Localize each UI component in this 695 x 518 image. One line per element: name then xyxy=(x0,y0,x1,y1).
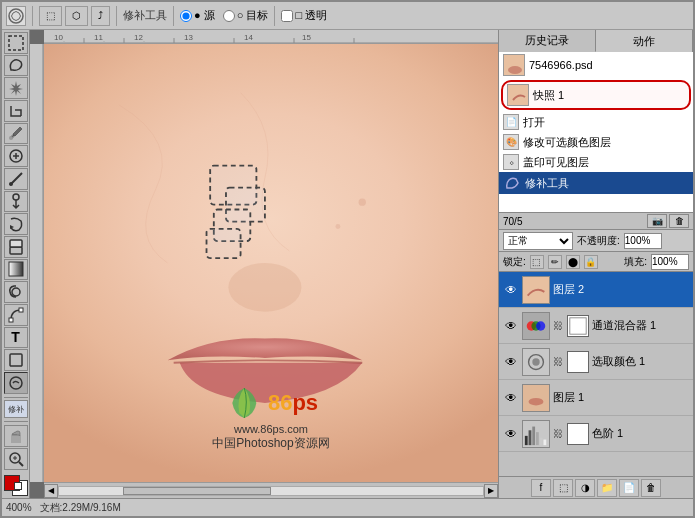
layers-lock-row: 锁定: ⬚ ✏ ⬤ 🔒 填充: xyxy=(499,252,693,272)
layer-item-1[interactable]: 👁 图层 2 xyxy=(499,272,693,308)
layer-group-btn[interactable]: 📁 xyxy=(597,479,617,497)
layer-item-5[interactable]: 👁 ⛓ 色阶 1 xyxy=(499,416,693,452)
scroll-left-btn[interactable]: ◀ xyxy=(44,484,58,498)
canvas-image[interactable]: 86 ps www.86ps.com 中国Photoshop资源网 xyxy=(44,44,498,482)
layer-thumb-2 xyxy=(522,312,550,340)
history-item-1[interactable]: 7546966.psd xyxy=(499,52,693,78)
layer-name-4: 图层 1 xyxy=(553,390,689,405)
magic-wand-tool[interactable] xyxy=(4,77,28,99)
logo-icon xyxy=(224,383,264,423)
transparent-checkbox[interactable]: □ 透明 xyxy=(281,8,327,23)
layer-eye-1[interactable]: 👁 xyxy=(503,282,519,298)
adjustment-layer-btn[interactable]: ◑ xyxy=(575,479,595,497)
history-icon-4: 🎨 xyxy=(503,134,519,150)
panel-tabs: 历史记录 动作 xyxy=(499,30,693,52)
layer-eye-2[interactable]: 👁 xyxy=(503,318,519,334)
layer-item-2[interactable]: 👁 ⛓ 通道混合器 1 xyxy=(499,308,693,344)
repair-tool-label-box: 修补 xyxy=(4,400,28,418)
history-item-2[interactable]: 快照 1 xyxy=(501,80,691,110)
rect-btn[interactable]: ⬚ xyxy=(39,6,62,26)
zoom-tool[interactable] xyxy=(4,448,28,470)
hand-tool[interactable] xyxy=(4,425,28,447)
svg-rect-49 xyxy=(570,317,586,333)
clone-stamp-tool[interactable] xyxy=(4,191,28,213)
brush-tool[interactable] xyxy=(4,168,28,190)
opacity-label: 不透明度: xyxy=(577,234,620,248)
history-tab[interactable]: 历史记录 xyxy=(499,30,596,52)
fill-input[interactable] xyxy=(651,254,689,270)
opacity-input[interactable] xyxy=(624,233,662,249)
new-layer-btn[interactable]: 📄 xyxy=(619,479,639,497)
lasso-tool[interactable] xyxy=(4,55,28,77)
svg-text:15: 15 xyxy=(302,33,311,42)
fill-label: 填充: xyxy=(624,255,647,269)
eraser-tool[interactable] xyxy=(4,236,28,258)
svg-point-34 xyxy=(359,199,366,206)
h-scroll-thumb[interactable] xyxy=(123,487,271,495)
svg-text:10: 10 xyxy=(54,33,63,42)
lock-position-btn[interactable]: ⬤ xyxy=(566,255,580,269)
eyedropper-tool[interactable] xyxy=(4,123,28,145)
history-item-6[interactable]: 修补工具 xyxy=(499,172,693,194)
layer-eye-4[interactable]: 👁 xyxy=(503,390,519,406)
history-item-6-text: 修补工具 xyxy=(525,176,569,191)
lock-pixels-btn[interactable]: ✏ xyxy=(548,255,562,269)
page-indicator: 70/5 xyxy=(503,216,522,227)
repair-tool-active[interactable] xyxy=(4,372,28,394)
source-radio[interactable]: ● 源 xyxy=(180,8,215,23)
logo-86: 86 xyxy=(268,390,292,416)
zoom-display: 400% xyxy=(6,502,32,513)
svg-rect-62 xyxy=(543,439,546,445)
scroll-right-btn[interactable]: ▶ xyxy=(484,484,498,498)
h-scrollbar[interactable]: ◀ ▶ xyxy=(44,482,498,498)
ruler-horizontal: 10 11 12 13 14 15 xyxy=(44,30,498,44)
history-item-4[interactable]: 🎨 修改可选颜色图层 xyxy=(499,132,693,152)
history-item-3[interactable]: 📄 打开 xyxy=(499,112,693,132)
actions-tab[interactable]: 动作 xyxy=(596,30,693,52)
gradient-tool[interactable] xyxy=(4,259,28,281)
delete-state-btn[interactable]: 🗑 xyxy=(669,214,689,228)
dodge-burn-tool[interactable] xyxy=(4,281,28,303)
svg-point-13 xyxy=(10,377,22,389)
path-tool[interactable] xyxy=(4,304,28,326)
options-bar: ⬚ ⬡ ⤴ 修补工具 ● 源 ○ 目标 □ 透明 xyxy=(2,2,693,30)
crop-tool[interactable] xyxy=(4,100,28,122)
h-scroll-track[interactable] xyxy=(58,486,484,496)
color-swatches xyxy=(4,475,28,496)
target-radio[interactable]: ○ 目标 xyxy=(223,8,269,23)
new-snapshot-btn[interactable]: 📷 xyxy=(647,214,667,228)
watermark-cn: 中国Photoshop资源网 xyxy=(212,435,329,452)
layer-eye-3[interactable]: 👁 xyxy=(503,354,519,370)
history-item-5[interactable]: ⬦ 盖印可见图层 xyxy=(499,152,693,172)
layer-item-3[interactable]: 👁 ⛓ 选取颜色 1 xyxy=(499,344,693,380)
history-icon-5: ⬦ xyxy=(503,154,519,170)
history-item-4-text: 修改可选颜色图层 xyxy=(523,135,611,150)
toolbar-divider2 xyxy=(4,421,28,422)
svg-rect-1 xyxy=(9,36,23,50)
panel-action-btns: 📷 🗑 xyxy=(647,214,689,228)
blend-mode-select[interactable]: 正常 xyxy=(503,232,573,250)
marquee-tool[interactable] xyxy=(4,32,28,54)
healing-tool[interactable] xyxy=(4,145,28,167)
svg-rect-6 xyxy=(10,247,22,254)
history-item-5-text: 盖印可见图层 xyxy=(523,155,589,170)
history-icon-3: 📄 xyxy=(503,114,519,130)
layers-list: 👁 图层 2 👁 ⛓ 通道混合器 1 xyxy=(499,272,693,476)
layer-thumb-1 xyxy=(522,276,550,304)
lock-transparent-btn[interactable]: ⬚ xyxy=(530,255,544,269)
layer-thumb-4 xyxy=(522,384,550,412)
layer-eye-5[interactable]: 👁 xyxy=(503,426,519,442)
layer-styles-btn[interactable]: f xyxy=(531,479,551,497)
lasso-btn[interactable]: ⤴ xyxy=(91,6,110,26)
watermark-url: www.86ps.com xyxy=(212,423,329,435)
shape-tool[interactable] xyxy=(4,349,28,371)
layer-item-4[interactable]: 👁 图层 1 xyxy=(499,380,693,416)
layer-mask-btn[interactable]: ⬚ xyxy=(553,479,573,497)
lock-all-btn[interactable]: 🔒 xyxy=(584,255,598,269)
history-brush-tool[interactable] xyxy=(4,213,28,235)
layer-name-2: 通道混合器 1 xyxy=(592,318,689,333)
type-tool[interactable]: T xyxy=(4,327,28,349)
ellipse-btn[interactable]: ⬡ xyxy=(65,6,88,26)
switch-colors-btn[interactable] xyxy=(14,482,22,490)
delete-layer-btn[interactable]: 🗑 xyxy=(641,479,661,497)
